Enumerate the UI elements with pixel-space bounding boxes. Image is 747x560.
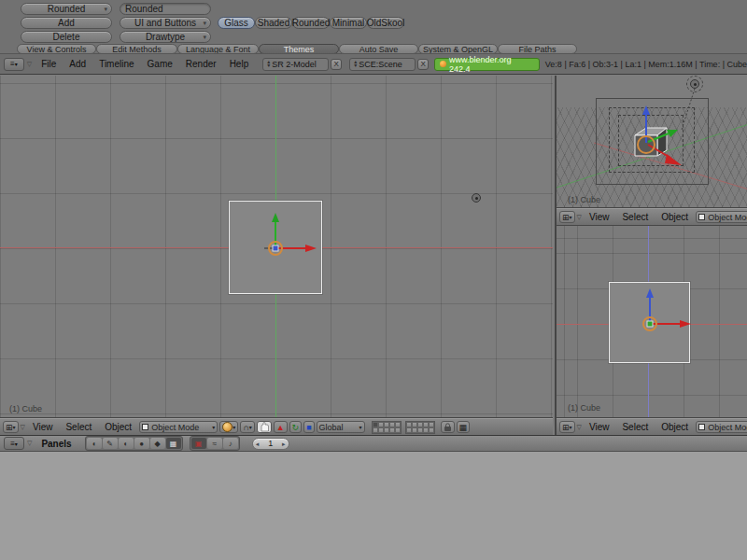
cube-object[interactable]: [229, 201, 322, 294]
style-oldskool-button[interactable]: OldSkool: [367, 17, 404, 29]
scene-subcontext-buttons: ▣ ≈ ♪: [190, 436, 240, 451]
buttons-page-stepper[interactable]: ◂ 1 ▸: [252, 438, 289, 450]
select-menu[interactable]: Select: [616, 212, 654, 222]
theme-name-field[interactable]: Rounded: [120, 3, 211, 15]
panel-collapse-icon[interactable]: ▽: [577, 214, 582, 221]
view-menu[interactable]: View: [584, 212, 615, 222]
viewport-type-icon[interactable]: ⊞▾: [559, 211, 575, 223]
window-type-icon[interactable]: ≡▾: [4, 437, 24, 450]
render-preview-icon[interactable]: ▦: [457, 421, 471, 433]
info-header: ≡▾ ▽ File Add Timeline Game Render Help …: [0, 53, 747, 75]
sound-subcontext-icon[interactable]: ♪: [223, 438, 238, 449]
pivot-dropdown[interactable]: ∩▾: [240, 421, 255, 433]
layer-button[interactable]: [429, 427, 434, 433]
screen-browse-icon[interactable]: ▴▾: [265, 61, 272, 67]
panel-collapse-icon[interactable]: ▽: [577, 424, 582, 431]
style-minimal-button[interactable]: Minimal: [330, 17, 367, 29]
blender-window: Rounded Add Delete Rounded UI and Button…: [0, 0, 747, 560]
style-shaded-button[interactable]: Shaded: [255, 17, 292, 29]
stepper-left-arrow[interactable]: ◂: [256, 441, 260, 447]
object-name-label: (1) Cube: [9, 404, 42, 413]
scene-context-icon[interactable]: ▦: [166, 438, 181, 449]
menu-add[interactable]: Add: [63, 59, 92, 69]
drawtype-menu[interactable]: Drawtype: [120, 31, 211, 43]
style-rounded-button[interactable]: Rounded: [292, 17, 330, 29]
cube-object[interactable]: [609, 282, 690, 363]
manipulator-translate-toggle[interactable]: ▲: [274, 421, 288, 433]
select-menu[interactable]: Select: [616, 422, 654, 432]
layer-buttons-group2[interactable]: [405, 421, 435, 434]
manipulator-scale-toggle[interactable]: ■: [303, 421, 314, 433]
viewport-main-header: ⊞▾ ▽ View Select Object Object Mode ▾ ▾ …: [0, 418, 553, 435]
theme-section-menu[interactable]: UI and Buttons: [120, 17, 211, 29]
lock-icon: [444, 423, 452, 432]
view-menu[interactable]: View: [27, 422, 59, 432]
viewport-front-header: ⊞▾ ▽ View Select Object Object Mode ▾ ∩: [557, 418, 747, 435]
panel-collapse-icon[interactable]: ▽: [21, 424, 25, 431]
manipulator-rotate-toggle[interactable]: ↻: [289, 421, 303, 433]
mode-icon: [142, 424, 148, 430]
window-type-icon[interactable]: ≡▾: [4, 58, 24, 71]
scene-browse-icon[interactable]: ▴▾: [352, 61, 359, 67]
layer-buttons-group1[interactable]: [372, 421, 402, 434]
object-name-label: (1) Cube: [568, 403, 600, 413]
layer-button[interactable]: [395, 427, 401, 433]
mode-icon: [698, 214, 705, 220]
screen-close-button[interactable]: X: [331, 59, 342, 70]
menu-file[interactable]: File: [35, 59, 63, 69]
viewport-type-icon[interactable]: ⊞▾: [3, 421, 19, 433]
object-context-icon[interactable]: ●: [134, 438, 149, 449]
camera-frame-title: [618, 115, 684, 166]
style-glass-button[interactable]: Glass: [218, 17, 255, 29]
scene-selector[interactable]: ▴▾ SCE:Scene: [349, 58, 416, 71]
view-menu[interactable]: View: [584, 422, 615, 432]
viewport-camera[interactable]: (1) Cube ⊞▾ ▽ View Select Object Object …: [555, 76, 747, 225]
menu-game[interactable]: Game: [141, 59, 179, 69]
buttons-window: ≡▾ ▽ Panels ◖ ✎ ◐ ● ◆ ▦ ▣ ≈ ♪ ◂ 1 ▸: [0, 435, 747, 560]
select-menu[interactable]: Select: [60, 422, 97, 432]
header-collapse-icon[interactable]: ▽: [27, 440, 32, 447]
panels-menu[interactable]: Panels: [35, 439, 78, 449]
mode-dropdown[interactable]: Object Mode ▾: [696, 421, 747, 433]
viewport-camera-header: ⊞▾ ▽ View Select Object Object Mode ▾ ∩: [557, 208, 747, 225]
lamp-object[interactable]: [472, 193, 481, 203]
object-menu[interactable]: Object: [655, 212, 694, 222]
user-preferences-area: Rounded Add Delete Rounded UI and Button…: [0, 0, 747, 53]
object-menu[interactable]: Object: [99, 422, 137, 432]
lock-layers-toggle[interactable]: [441, 421, 455, 433]
scene-close-button[interactable]: X: [417, 59, 429, 70]
theme-add-button[interactable]: Add: [21, 17, 112, 29]
blender-version-badge: www.blender.org 242.4: [434, 58, 540, 71]
shading-sphere-icon: [222, 422, 233, 432]
shading-context-icon[interactable]: ◐: [119, 438, 134, 449]
menu-help[interactable]: Help: [223, 59, 256, 69]
blender-logo-icon: [440, 61, 446, 67]
viewport-main[interactable]: (1) Cube ⊞▾ ▽ View Select Object Object …: [0, 76, 553, 435]
viewport-front[interactable]: (1) Cube ⊞▾ ▽ View Select Object Object …: [555, 225, 747, 435]
buttons-window-header: ≡▾ ▽ Panels ◖ ✎ ◐ ● ◆ ▦ ▣ ≈ ♪ ◂ 1 ▸: [0, 436, 747, 452]
menu-render[interactable]: Render: [179, 59, 223, 69]
mode-dropdown[interactable]: Object Mode ▾: [139, 421, 218, 433]
scene-statistics: Ve:8 | Fa:6 | Ob:3-1 | La:1 | Mem:1.16M …: [545, 60, 747, 69]
orientation-dropdown[interactable]: Global▾: [317, 421, 365, 433]
object-menu[interactable]: Object: [655, 422, 694, 432]
render-subcontext-icon[interactable]: ▣: [191, 438, 206, 449]
theme-select-menu[interactable]: Rounded: [21, 3, 112, 15]
logic-context-icon[interactable]: ◖: [87, 438, 102, 449]
screen-selector[interactable]: ▴▾ SR 2-Model: [262, 58, 329, 71]
theme-delete-button[interactable]: Delete: [21, 31, 112, 43]
manipulator-hand-toggle[interactable]: [257, 421, 272, 433]
anim-subcontext-icon[interactable]: ≈: [207, 438, 222, 449]
shading-dropdown[interactable]: ▾: [219, 421, 238, 433]
mode-dropdown[interactable]: Object Mode ▾: [696, 211, 747, 223]
object-name-label: (1) Cube: [568, 195, 600, 204]
hand-icon: [260, 422, 269, 432]
viewport-type-icon[interactable]: ⊞▾: [559, 421, 575, 433]
context-buttons: ◖ ✎ ◐ ● ◆ ▦: [85, 436, 183, 451]
menu-timeline[interactable]: Timeline: [92, 59, 140, 69]
editing-context-icon[interactable]: ◆: [150, 438, 165, 449]
lamp-object[interactable]: [690, 79, 699, 89]
script-context-icon[interactable]: ✎: [103, 438, 118, 449]
stepper-right-arrow[interactable]: ▸: [282, 441, 286, 447]
header-collapse-icon[interactable]: ▽: [24, 61, 35, 68]
